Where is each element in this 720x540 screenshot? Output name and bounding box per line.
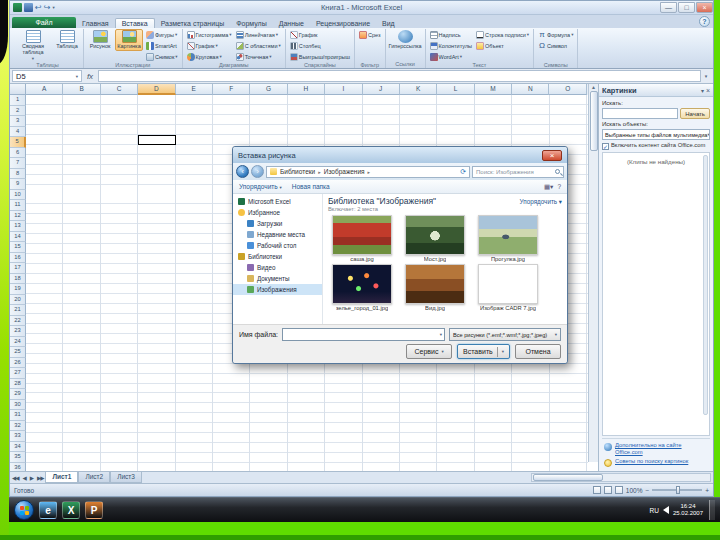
formula-bar-expand-icon[interactable]: ▾ [701, 70, 711, 82]
screenshot-button[interactable]: Снимок▾ [144, 51, 180, 62]
sheet-tab-Лист3[interactable]: Лист3 [110, 472, 142, 483]
office-online-link[interactable]: Дополнительно на сайте Office.com [604, 442, 708, 455]
breadcrumb-item[interactable]: Библиотеки [280, 168, 315, 175]
nav-item-pictures[interactable]: Изображения [233, 284, 322, 295]
dialog-search-box[interactable]: Поиск: Изображения [472, 166, 564, 178]
tab-home[interactable]: Главная [76, 19, 115, 28]
hyperlink-button[interactable]: Гиперссылка [388, 29, 423, 51]
row-header-1[interactable]: 1 [10, 95, 26, 106]
column-header-N[interactable]: N [512, 84, 549, 95]
row-header-9[interactable]: 9 [10, 179, 26, 190]
column-header-H[interactable]: H [288, 84, 325, 95]
insert-button[interactable]: Вставить▾ [457, 344, 510, 359]
row-header-33[interactable]: 33 [10, 431, 26, 442]
row-header-20[interactable]: 20 [10, 295, 26, 306]
first-sheet-icon[interactable]: ◀◀ [10, 475, 20, 481]
breadcrumb-item[interactable]: Изображения [324, 168, 365, 175]
undo-icon[interactable]: ↩ [35, 3, 42, 12]
spark-column-button[interactable]: Столбец [288, 40, 352, 51]
sheet-tab-Лист1[interactable]: Лист1 [45, 472, 78, 483]
file-type-select[interactable]: Все рисунки (*.emf;*.wmf;*.jpg;*.jpeg) ▾ [449, 328, 561, 341]
include-office-checkbox[interactable]: ✓ [602, 143, 609, 150]
media-type-select[interactable]: Выбранные типы файлов мультимедиа ▾ [602, 129, 710, 140]
close-button[interactable]: × [696, 2, 713, 13]
row-header-34[interactable]: 34 [10, 442, 26, 453]
forward-button[interactable]: › [251, 165, 264, 178]
slicer-button[interactable]: Срез [357, 29, 383, 40]
zoom-in-icon[interactable]: + [705, 487, 709, 494]
row-header-25[interactable]: 25 [10, 347, 26, 358]
nav-item-documents[interactable]: Документы [233, 273, 322, 284]
dialog-close-button[interactable]: × [542, 150, 562, 161]
equation-button[interactable]: πФормула▾ [536, 29, 575, 40]
spark-line-button[interactable]: График [288, 29, 352, 40]
organize-button[interactable]: Упорядочить ▾ [239, 183, 282, 190]
column-header-I[interactable]: I [325, 84, 362, 95]
refresh-icon[interactable]: ⟳ [460, 168, 466, 176]
vertical-scrollbar[interactable]: ▲ [588, 84, 598, 462]
row-header-27[interactable]: 27 [10, 368, 26, 379]
row-header-28[interactable]: 28 [10, 379, 26, 390]
table-button[interactable]: Таблица [53, 29, 81, 51]
normal-view-icon[interactable] [593, 486, 601, 494]
horizontal-scrollbar[interactable] [531, 473, 711, 482]
column-chart-button[interactable]: Гистограмма▾ [185, 29, 234, 40]
show-desktop-button[interactable] [709, 500, 715, 520]
column-header-O[interactable]: O [549, 84, 586, 95]
task-pane-close-icon[interactable]: × [706, 87, 710, 94]
zoom-slider-thumb[interactable] [676, 486, 680, 494]
row-header-3[interactable]: 3 [10, 116, 26, 127]
last-sheet-icon[interactable]: ▶▶ [35, 475, 45, 481]
row-header-6[interactable]: 6 [10, 148, 26, 159]
row-header-19[interactable]: 19 [10, 284, 26, 295]
text-box-button[interactable]: Надпись [428, 29, 474, 40]
row-header-31[interactable]: 31 [10, 410, 26, 421]
line-chart-button[interactable]: График▾ [185, 40, 234, 51]
picture-button[interactable]: Рисунок [86, 29, 114, 51]
wordart-button[interactable]: WordArt▾ [428, 51, 474, 62]
zoom-slider[interactable] [652, 489, 702, 491]
insert-function-button[interactable]: fx [82, 70, 98, 82]
row-header-2[interactable]: 2 [10, 106, 26, 117]
tab-view[interactable]: Вид [376, 19, 401, 28]
help-icon[interactable]: ? [699, 16, 710, 27]
nav-item-favorites[interactable]: Избранное [233, 207, 322, 218]
minimize-button[interactable]: — [660, 2, 677, 13]
row-header-15[interactable]: 15 [10, 242, 26, 253]
tab-page-layout[interactable]: Разметка страницы [155, 19, 231, 28]
nav-item-video[interactable]: Видео [233, 262, 322, 273]
volume-icon[interactable] [663, 506, 669, 514]
nav-item-downloads[interactable]: Загрузки [233, 218, 322, 229]
column-header-K[interactable]: K [400, 84, 437, 95]
nav-item-libraries[interactable]: Библиотеки [233, 251, 322, 262]
column-header-E[interactable]: E [176, 84, 213, 95]
row-header-26[interactable]: 26 [10, 358, 26, 369]
sheet-tab-Лист2[interactable]: Лист2 [78, 472, 110, 483]
language-indicator[interactable]: RU [650, 507, 659, 514]
clock[interactable]: 16:24 25.02.2007 [673, 503, 703, 518]
file-name-input[interactable]: ▾ [282, 328, 445, 341]
row-header-12[interactable]: 12 [10, 211, 26, 222]
powerpoint-taskbar-icon[interactable]: P [85, 501, 103, 519]
internet-explorer-taskbar-icon[interactable]: e [39, 501, 57, 519]
row-header-32[interactable]: 32 [10, 421, 26, 432]
pane-scrollbar[interactable] [703, 155, 708, 415]
signature-line-button[interactable]: Строка подписи▾ [474, 29, 531, 40]
tools-button[interactable]: Сервис▾ [406, 344, 452, 359]
name-box[interactable]: D5 ▾ [12, 70, 82, 82]
zoom-out-icon[interactable]: − [645, 487, 649, 494]
pie-chart-button[interactable]: Круговая▾ [185, 51, 234, 62]
maximize-button[interactable]: □ [678, 2, 695, 13]
breadcrumb[interactable]: Библиотеки▸Изображения▸ ⟳ [266, 166, 470, 178]
page-layout-view-icon[interactable] [604, 486, 612, 494]
row-header-4[interactable]: 4 [10, 127, 26, 138]
column-header-G[interactable]: G [250, 84, 287, 95]
formula-input[interactable] [98, 70, 701, 82]
redo-icon[interactable]: ↪ [44, 3, 51, 12]
row-header-13[interactable]: 13 [10, 221, 26, 232]
row-header-16[interactable]: 16 [10, 253, 26, 264]
row-header-24[interactable]: 24 [10, 337, 26, 348]
search-tips-link[interactable]: Советы по поиску картинок [604, 458, 708, 467]
next-sheet-icon[interactable]: ▶ [28, 475, 35, 481]
file-item[interactable]: саша.jpg [330, 215, 394, 262]
